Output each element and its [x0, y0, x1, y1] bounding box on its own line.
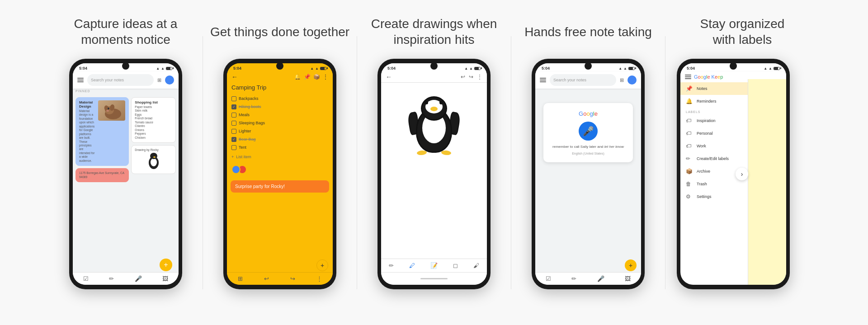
note-address[interactable]: 1175 Borregas Ave Sunnyvale, CA 94089: [75, 168, 129, 182]
item-backpacks: Backpacks: [231, 94, 328, 103]
penguin-small: [147, 153, 160, 170]
pencil-icon[interactable]: ✏: [109, 275, 114, 282]
fab-button[interactable]: +: [160, 259, 172, 271]
phone1-status-icons: ▲ ▲: [156, 66, 172, 71]
ph2-fab-button[interactable]: +: [316, 259, 328, 271]
checkbox-hiking[interactable]: [231, 104, 236, 109]
ph4-fab[interactable]: +: [625, 259, 637, 271]
ph2-bottom-more[interactable]: ⋮: [316, 275, 322, 282]
item-meals: Meals: [231, 111, 328, 119]
pin-icon[interactable]: 📌: [304, 74, 311, 80]
marker-tool[interactable]: 📝: [430, 262, 438, 269]
more-icon[interactable]: ⋮: [323, 74, 328, 80]
item-label-sleeping: Sleeping Bags: [239, 121, 265, 125]
svg-point-4: [108, 108, 109, 109]
assistant-language: English (United States): [551, 152, 626, 155]
google-logo: Google: [551, 110, 626, 117]
work-label: Work: [697, 144, 706, 148]
checkbox-backpacks[interactable]: [231, 96, 236, 101]
add-icon: +: [231, 155, 234, 159]
reminders-icon: 🔔: [686, 98, 693, 104]
note-preview-area: [748, 79, 786, 285]
redo-icon[interactable]: ↪: [469, 74, 473, 80]
penguin-eye-left: [425, 101, 428, 104]
showcase-container: Capture ideas at a moments notice 5:04 ▲…: [0, 0, 868, 325]
more3-icon[interactable]: ⋮: [477, 74, 482, 80]
mic-button[interactable]: 🎤: [579, 122, 598, 141]
phone2-frame: 5:04 ▲ ▲ ← 🔔 📌 📦 ⋮ Camp: [223, 59, 336, 289]
item-bearbag: Bear Bag: [231, 135, 328, 143]
select-tool[interactable]: ✏: [389, 262, 394, 269]
checklist: Backpacks Hiking boots Meals Sleeping Ba…: [227, 94, 333, 152]
phone3-header: ← ↩ ↪ ⋮: [381, 71, 487, 83]
checkbox-tent[interactable]: [231, 145, 236, 150]
pen-tool[interactable]: 🖊: [409, 262, 415, 269]
check-icon[interactable]: ☑: [83, 275, 89, 282]
hamburger4[interactable]: [540, 78, 546, 82]
add-item-row[interactable]: + List item: [227, 152, 333, 161]
phone4-time: 5:04: [542, 66, 550, 71]
g2-letter: g: [590, 110, 593, 117]
penguin-eye-right: [439, 101, 443, 104]
archive-label: Archive: [697, 169, 710, 174]
image-icon[interactable]: 🖼: [162, 275, 168, 282]
phone5-frame: 5:04 ▲ ▲ Google Keep: [677, 59, 790, 289]
search4-placeholder: Search your notes: [553, 78, 586, 82]
panel-drawing: Create drawings when inspiration hits 5:…: [357, 9, 511, 316]
back-button[interactable]: ←: [231, 73, 238, 80]
eraser-tool[interactable]: ◻: [453, 262, 458, 269]
drawing-canvas[interactable]: [381, 83, 487, 169]
ph2-bottom-undo[interactable]: ↩: [264, 275, 269, 282]
ph3-back-button[interactable]: ←: [386, 73, 392, 80]
view4-icon[interactable]: ⊞: [620, 77, 624, 83]
ph2-bottom-add[interactable]: ⊞: [238, 275, 243, 282]
keep-p: p: [720, 74, 723, 80]
ph2-bottom-redo[interactable]: ↪: [290, 275, 295, 282]
wifi5-icon: ▲: [769, 66, 772, 71]
phone2-status-icons: ▲ ▲: [310, 66, 326, 71]
personal-label: Personal: [697, 131, 713, 136]
o2-letter: o: [586, 110, 590, 117]
undo-icon[interactable]: ↩: [461, 74, 465, 80]
note-image: [98, 100, 125, 121]
archive2-icon[interactable]: 📦: [313, 74, 320, 80]
battery4-icon: [628, 67, 635, 70]
g-letter: G: [579, 110, 583, 117]
wifi4-icon: ▲: [623, 66, 627, 71]
checkbox-bearbag[interactable]: [231, 137, 236, 142]
trash-icon: 🗑: [686, 181, 693, 187]
battery3-icon: [474, 67, 481, 70]
fill-tool[interactable]: 🖌: [473, 262, 479, 269]
note-shopping[interactable]: Shopping list Paper towelsSkim milkEggsF…: [131, 97, 176, 143]
label-personal-icon: 🏷: [686, 130, 693, 137]
note-material-design[interactable]: Material Design Material design is a fou…: [75, 97, 129, 166]
ph4-pencil-icon[interactable]: ✏: [571, 275, 576, 282]
add-label: List item: [236, 155, 251, 159]
panel2-title: Get things done together: [210, 14, 349, 50]
chevron-right-button[interactable]: ›: [736, 168, 748, 180]
mic-icon[interactable]: 🎤: [135, 275, 142, 282]
trash-label: Trash: [697, 182, 707, 186]
ph4-mic-icon[interactable]: 🎤: [597, 275, 604, 282]
ph4-image-icon[interactable]: 🖼: [625, 275, 631, 282]
view-icon[interactable]: ⊞: [157, 77, 161, 83]
checkbox-lighter[interactable]: [231, 129, 236, 134]
item-label-backpacks: Backpacks: [239, 96, 259, 101]
note-drawing-rocky[interactable]: Drawing by Rocky: [131, 145, 176, 174]
search-bar[interactable]: Search your notes: [87, 74, 154, 86]
assistant-transcript: remember to call Sally later and let her…: [551, 144, 626, 149]
phone4-frame: 5:04 ▲ ▲ Search your notes ⊞: [532, 59, 645, 289]
hamburger-menu[interactable]: [77, 78, 84, 82]
checkbox-sleeping[interactable]: [231, 121, 236, 126]
hamburger5[interactable]: [685, 75, 691, 79]
drawing-toolbar: ✏ 🖊 📝 ◻ 🖌: [381, 259, 487, 272]
phone2-bottom-bar: ⊞ ↩ ↪ ⋮: [227, 272, 333, 285]
ph4-check-icon[interactable]: ☑: [546, 275, 551, 282]
surprise-note[interactable]: Surprise party for Rocky!: [231, 180, 329, 193]
phone2-screen: 5:04 ▲ ▲ ← 🔔 📌 📦 ⋮ Camp: [227, 63, 333, 285]
bell-icon[interactable]: 🔔: [294, 74, 301, 80]
phone3-frame: 5:04 ▲ ▲ ← ↩ ↪ ⋮: [377, 59, 491, 289]
checkbox-meals[interactable]: [231, 113, 236, 118]
search4-bar[interactable]: Search your notes: [550, 74, 616, 86]
signal5-icon: ▲: [764, 66, 767, 71]
